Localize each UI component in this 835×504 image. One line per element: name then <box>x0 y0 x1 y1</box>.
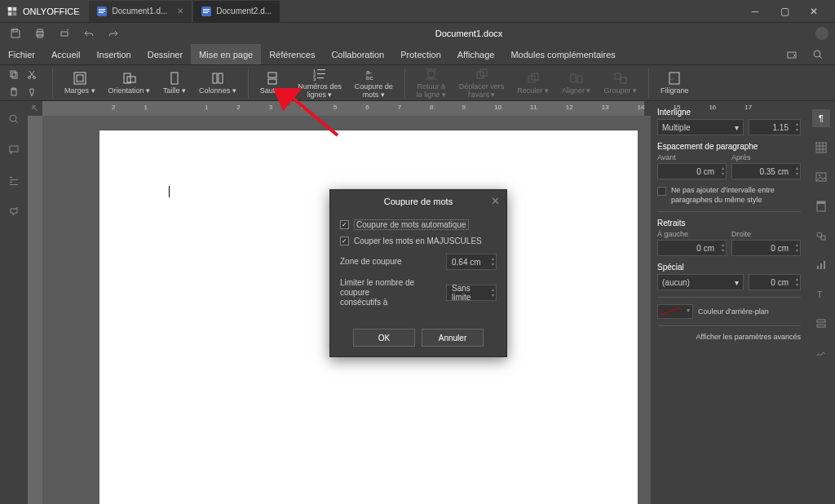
interligne-mode-select[interactable]: Multiple▾ <box>657 119 744 135</box>
ok-button[interactable]: OK <box>353 329 415 347</box>
separator <box>52 69 53 98</box>
droite-input[interactable]: 0 cm <box>731 240 801 256</box>
checkbox-icon <box>657 187 666 196</box>
tab-label: Document1.d... <box>112 7 167 15</box>
special-select[interactable]: (aucun)▾ <box>657 274 744 290</box>
svg-rect-5 <box>99 11 105 11</box>
undo-icon[interactable] <box>80 24 98 42</box>
svg-point-16 <box>814 51 820 57</box>
retraits-title: Retraits <box>657 219 801 228</box>
save-icon[interactable] <box>7 24 24 42</box>
paste-icon[interactable] <box>7 85 21 99</box>
auto-hyphen-checkbox[interactable]: Coupure de mots automatique <box>340 219 497 230</box>
grouper-button: Grouper ▾ <box>599 66 642 100</box>
svg-rect-27 <box>171 73 178 84</box>
cancel-button[interactable]: Annuler <box>422 329 484 347</box>
print-icon[interactable] <box>31 24 49 42</box>
deplacer-avant-button: Déplacer vers l'avant ▾ <box>454 66 510 100</box>
advanced-link[interactable]: Afficher les paramètres avancés <box>657 333 801 341</box>
open-location-icon[interactable] <box>783 46 801 64</box>
quick-access-bar: Document1.docx <box>0 23 835 44</box>
caps-hyphen-checkbox[interactable]: Couper les mots en MAJUSCULES <box>340 237 497 245</box>
zone-input[interactable]: 0.64 cm <box>446 254 497 270</box>
interligne-value-input[interactable]: 1.15 <box>749 119 801 135</box>
nospace-checkbox[interactable]: Ne pas ajouter d'intervalle entre paragr… <box>657 186 801 205</box>
svg-rect-37 <box>317 77 324 78</box>
search-icon[interactable] <box>809 46 827 64</box>
tab-fichier[interactable]: Fichier <box>0 44 43 64</box>
copystyle-icon[interactable] <box>24 85 39 99</box>
user-avatar-icon[interactable] <box>815 27 828 40</box>
svg-rect-40 <box>428 71 435 77</box>
avant-input[interactable]: 0 cm <box>657 163 727 179</box>
special-title: Spécial <box>657 263 801 272</box>
numeros-lignes-button[interactable]: 123Numéros des lignes ▾ <box>293 66 347 100</box>
copy-icon[interactable] <box>7 67 21 82</box>
sauts-button[interactable]: Sauts ▾ <box>255 66 290 100</box>
paragraph-tab-icon[interactable]: ¶ <box>812 109 830 127</box>
svg-rect-45 <box>571 74 576 82</box>
tab-insertion[interactable]: Insertion <box>88 44 139 64</box>
special-input[interactable]: 0 cm <box>749 274 801 290</box>
tab-modules[interactable]: Modules complémentaires <box>502 44 623 64</box>
vertical-ruler[interactable] <box>28 116 42 504</box>
retour-ligne-button: Retour à la ligne ▾ <box>412 66 451 100</box>
chart-tab-icon[interactable] <box>812 256 830 274</box>
search-icon[interactable] <box>6 111 22 127</box>
gauche-input[interactable]: 0 cm <box>657 240 727 256</box>
svg-rect-26 <box>127 77 135 82</box>
close-icon[interactable]: ✕ <box>177 7 183 15</box>
filigrane-button[interactable]: ~Filigrane <box>656 66 694 100</box>
svg-rect-47 <box>615 73 621 79</box>
apres-input[interactable]: 0.35 cm <box>731 163 801 179</box>
feedback-icon[interactable] <box>6 204 22 220</box>
tab-affichage[interactable]: Affichage <box>449 44 503 64</box>
signature-tab-icon[interactable] <box>812 344 830 362</box>
cut-icon[interactable] <box>24 67 39 82</box>
form-tab-icon[interactable] <box>812 315 830 333</box>
bg-label: Couleur d'arrière-plan <box>698 307 769 316</box>
minimize-button[interactable]: ─ <box>740 2 770 21</box>
tab-dessiner[interactable]: Dessiner <box>139 44 191 64</box>
header-tab-icon[interactable] <box>812 197 830 215</box>
svg-rect-31 <box>268 79 276 84</box>
headings-icon[interactable] <box>6 173 22 189</box>
redo-icon[interactable] <box>104 24 122 42</box>
svg-rect-61 <box>817 201 825 204</box>
tab-miseenpage[interactable]: Mise en page <box>191 44 261 64</box>
comments-icon[interactable] <box>6 142 22 158</box>
document-title: Document1.docx <box>435 29 503 38</box>
colonnes-button[interactable]: Colonnes ▾ <box>194 66 241 100</box>
background-color-picker[interactable] <box>657 304 693 319</box>
separator <box>657 325 801 326</box>
titlebar: ONLYOFFICE Document1.d... ✕ Document2.d.… <box>0 0 835 23</box>
tab-collaboration[interactable]: Collaboration <box>323 44 392 64</box>
horizontal-ruler[interactable]: 211234567891011121314151617 <box>28 101 651 116</box>
svg-rect-64 <box>817 266 819 269</box>
tab-accueil[interactable]: Accueil <box>43 44 88 64</box>
app-name: ONLYOFFICE <box>23 7 79 16</box>
svg-text:3: 3 <box>313 77 316 81</box>
tab-protection[interactable]: Protection <box>392 44 449 64</box>
shape-tab-icon[interactable] <box>812 227 830 245</box>
taille-button[interactable]: Taille ▾ <box>158 66 191 100</box>
limit-input[interactable]: Sans limite <box>446 285 497 301</box>
marges-button[interactable]: Marges ▾ <box>60 66 100 100</box>
app-logo: ONLYOFFICE <box>7 6 79 17</box>
quickprint-icon[interactable] <box>55 24 73 42</box>
maximize-button[interactable]: ▢ <box>770 2 799 21</box>
separator <box>404 69 405 98</box>
tab-references[interactable]: Références <box>261 44 323 64</box>
coupure-mots-button[interactable]: a-bcCoupure de mots ▾ <box>350 66 398 100</box>
image-tab-icon[interactable] <box>812 168 830 186</box>
left-toolbar <box>0 101 28 504</box>
orientation-button[interactable]: Orientation ▾ <box>104 66 156 100</box>
tab-document1[interactable]: Document1.d... ✕ <box>89 1 192 22</box>
table-tab-icon[interactable] <box>812 139 830 157</box>
svg-rect-54 <box>10 179 18 180</box>
tab-document2[interactable]: Document2.d... <box>193 1 280 22</box>
textart-tab-icon[interactable]: T <box>812 285 830 303</box>
close-button[interactable]: ✕ <box>799 2 828 21</box>
svg-rect-29 <box>219 73 223 83</box>
close-icon[interactable]: ✕ <box>491 195 500 207</box>
